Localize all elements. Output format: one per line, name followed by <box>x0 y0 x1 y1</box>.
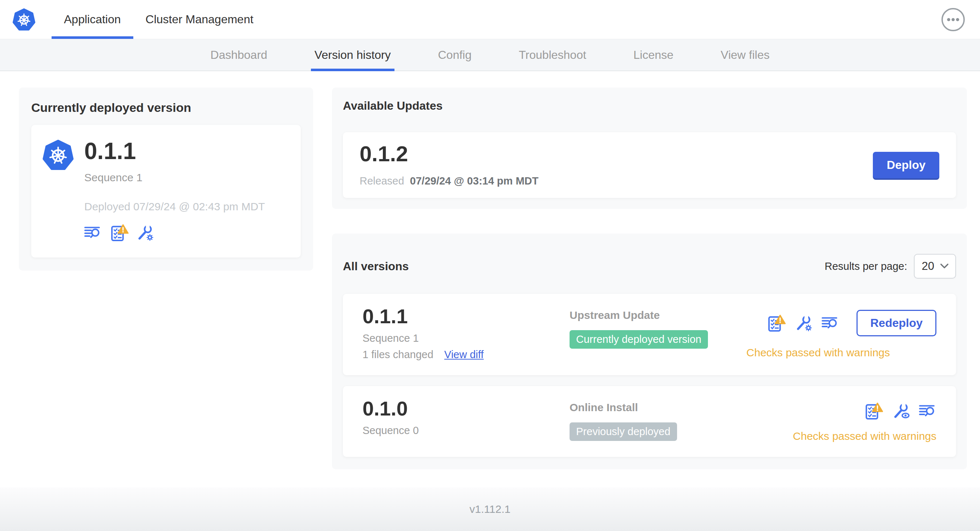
previously-deployed-badge: Previously deployed <box>570 422 677 441</box>
subnav-troubleshoot[interactable]: Troubleshoot <box>517 39 589 70</box>
view-config-wrench-eye-icon[interactable] <box>892 402 910 420</box>
current-version-number: 0.1.1 <box>84 140 265 163</box>
currently-deployed-version-card: 0.1.1 Sequence 1 Deployed 07/29/24 @ 02:… <box>31 125 301 258</box>
available-updates-card: Available Updates 0.1.2 Released 07/29/2… <box>332 87 967 209</box>
all-versions-card: All versions Results per page: 20 0.1.1 <box>332 234 967 469</box>
checks-status-text: Checks passed with warnings <box>746 347 890 359</box>
tab-cluster-management-label: Cluster Management <box>146 13 253 26</box>
tab-application[interactable]: Application <box>52 0 133 39</box>
subnav-config-label: Config <box>438 48 472 62</box>
preflight-checks-warning-icon[interactable] <box>110 224 129 242</box>
currently-deployed-card: Currently deployed version 0.1.1 Sequenc… <box>19 87 313 270</box>
available-update-item: 0.1.2 Released 07/29/24 @ 03:14 pm MDT D… <box>343 132 956 198</box>
view-diff-icon[interactable] <box>84 226 102 239</box>
subnav-view-files-label: View files <box>721 48 770 62</box>
available-update-version: 0.1.2 <box>360 143 538 165</box>
subnav-dashboard-label: Dashboard <box>210 48 267 62</box>
released-date: 07/29/24 @ 03:14 pm MDT <box>410 175 539 187</box>
available-updates-title: Available Updates <box>343 99 956 113</box>
checks-status-text: Checks passed with warnings <box>793 430 936 442</box>
top-header: Application Cluster Management <box>0 0 980 39</box>
subnav-config[interactable]: Config <box>436 39 474 70</box>
current-version-info: 0.1.1 Sequence 1 Deployed 07/29/24 @ 02:… <box>84 139 265 242</box>
redeploy-button[interactable]: Redeploy <box>856 310 936 336</box>
row-version-number: 0.1.1 <box>363 306 570 326</box>
tab-application-label: Application <box>64 13 121 26</box>
row-actions-area: Checks passed with warnings <box>793 398 936 442</box>
all-versions-title: All versions <box>343 260 409 273</box>
currently-deployed-title: Currently deployed version <box>31 100 301 115</box>
subnav-version-history[interactable]: Version history <box>312 39 393 70</box>
current-version-sequence: Sequence 1 <box>84 172 265 184</box>
kubernetes-version-icon <box>42 139 74 242</box>
edit-config-wrench-gear-icon[interactable] <box>795 315 812 332</box>
subnav-dashboard[interactable]: Dashboard <box>208 39 269 70</box>
currently-deployed-badge: Currently deployed version <box>570 330 708 349</box>
released-label: Released <box>360 175 404 187</box>
all-versions-header: All versions Results per page: 20 <box>343 245 956 278</box>
results-per-page: Results per page: 20 <box>824 254 956 278</box>
console-version: v1.112.1 <box>470 503 511 515</box>
results-per-page-value: 20 <box>922 260 934 273</box>
ellipsis-icon <box>941 7 966 32</box>
chevron-down-icon <box>940 263 949 269</box>
right-column: Available Updates 0.1.2 Released 07/29/2… <box>332 87 967 469</box>
deploy-button[interactable]: Deploy <box>873 152 939 178</box>
current-version-actions <box>84 224 265 242</box>
subnav-version-history-label: Version history <box>315 48 391 62</box>
view-diff-icon[interactable] <box>822 316 839 330</box>
row-version-sequence: Sequence 1 <box>363 332 570 344</box>
row-version-info: 0.1.1 Sequence 1 1 files changed View di… <box>363 306 570 361</box>
row-actions-area: Redeploy Checks passed with warnings <box>746 306 936 361</box>
view-diff-icon[interactable] <box>919 404 936 418</box>
row-source-label: Online Install <box>570 401 793 414</box>
kubernetes-logo-icon <box>12 8 36 32</box>
page-footer: v1.112.1 <box>0 487 980 531</box>
subnav-view-files[interactable]: View files <box>719 39 772 70</box>
results-per-page-label: Results per page: <box>824 261 907 272</box>
header-spacer <box>266 0 941 39</box>
row-version-number: 0.1.0 <box>363 398 570 419</box>
row-action-icons <box>864 402 936 420</box>
version-row-0.1.1: 0.1.1 Sequence 1 1 files changed View di… <box>343 294 956 375</box>
current-version-deployed-date: Deployed 07/29/24 @ 02:43 pm MDT <box>84 200 265 213</box>
version-row-0.1.0: 0.1.0 Sequence 0 Online Install Previous… <box>343 386 956 457</box>
row-version-info: 0.1.0 Sequence 0 <box>363 398 570 442</box>
tab-cluster-management[interactable]: Cluster Management <box>133 0 266 39</box>
subnav-license[interactable]: License <box>631 39 676 70</box>
row-source-info: Upstream Update Currently deployed versi… <box>570 306 746 361</box>
left-column: Currently deployed version 0.1.1 Sequenc… <box>19 87 313 270</box>
version-rows: 0.1.1 Sequence 1 1 files changed View di… <box>343 294 956 457</box>
row-source-info: Online Install Previously deployed <box>570 398 793 442</box>
row-source-label: Upstream Update <box>570 309 746 321</box>
row-action-icons: Redeploy <box>767 310 936 336</box>
row-files-line: 1 files changed View diff <box>363 349 570 361</box>
edit-config-wrench-gear-icon[interactable] <box>137 224 154 241</box>
app-subnav: Dashboard Version history Config Trouble… <box>0 39 980 71</box>
subnav-troubleshoot-label: Troubleshoot <box>519 48 586 62</box>
subnav-license-label: License <box>633 48 673 62</box>
header-tabs: Application Cluster Management <box>52 0 266 39</box>
app-logo[interactable] <box>12 0 36 39</box>
results-per-page-select[interactable]: 20 <box>914 254 956 278</box>
available-update-released: Released 07/29/24 @ 03:14 pm MDT <box>360 175 538 187</box>
files-changed-text: 1 files changed <box>363 349 433 361</box>
available-update-info: 0.1.2 Released 07/29/24 @ 03:14 pm MDT <box>360 143 538 187</box>
main-content: Currently deployed version 0.1.1 Sequenc… <box>0 71 980 469</box>
preflight-checks-warning-icon[interactable] <box>864 402 883 420</box>
row-version-sequence: Sequence 0 <box>363 424 570 437</box>
view-diff-link[interactable]: View diff <box>444 349 484 361</box>
overflow-menu-button[interactable] <box>941 7 966 32</box>
preflight-checks-warning-icon[interactable] <box>767 314 786 332</box>
